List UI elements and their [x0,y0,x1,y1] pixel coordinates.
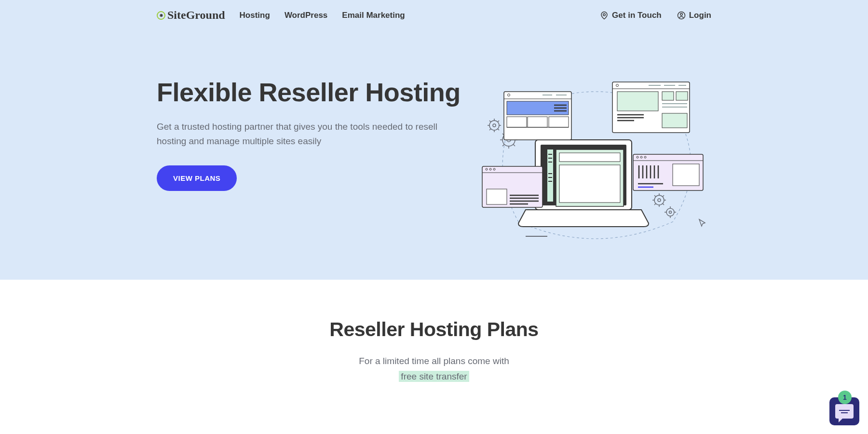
user-circle-icon [677,11,686,20]
login-link[interactable]: Login [677,11,711,20]
nav-item-hosting[interactable]: Hosting [240,11,270,20]
top-navigation: ◉ SiteGround Hosting WordPress Email Mar… [152,0,716,22]
logo-mark-icon: ◉ [157,11,165,20]
svg-rect-51 [662,113,687,128]
svg-rect-57 [487,189,507,204]
get-in-touch-label: Get in Touch [612,11,662,20]
svg-rect-13 [547,149,553,202]
svg-point-10 [669,211,672,214]
location-pin-icon [600,11,609,20]
hero-illustration [480,77,711,251]
login-label: Login [689,11,711,20]
plans-subtitle-lead: For a limited time all plans come with [359,356,509,366]
get-in-touch-link[interactable]: Get in Touch [600,11,662,20]
svg-point-2 [680,13,682,15]
chat-notification-badge: 1 [838,391,852,404]
svg-rect-22 [559,165,620,203]
hero-description: Get a trusted hosting partner that gives… [157,120,461,148]
plans-title: Reseller Hosting Plans [10,318,858,341]
nav-item-email-marketing[interactable]: Email Marketing [342,11,405,20]
svg-rect-21 [559,153,620,162]
view-plans-button[interactable]: VIEW PLANS [157,165,237,191]
svg-rect-44 [662,92,674,100]
svg-point-8 [658,199,661,202]
plans-subtitle: For a limited time all plans come with f… [10,353,858,385]
svg-point-0 [603,14,606,16]
plans-section: Reseller Hosting Plans For a limited tim… [0,280,868,404]
hero-title: Flexible Reseller Hosting [157,77,461,107]
svg-rect-45 [676,92,688,100]
brand-name: SiteGround [167,9,225,22]
svg-rect-43 [617,92,658,111]
svg-rect-75 [673,164,699,186]
brand-logo[interactable]: ◉ SiteGround [157,9,225,22]
chat-widget-button[interactable]: 1 [829,397,859,404]
plans-subtitle-highlight: free site transfer [399,371,469,382]
svg-point-4 [493,124,496,127]
svg-point-9 [666,208,674,216]
nav-item-wordpress[interactable]: WordPress [285,11,327,20]
